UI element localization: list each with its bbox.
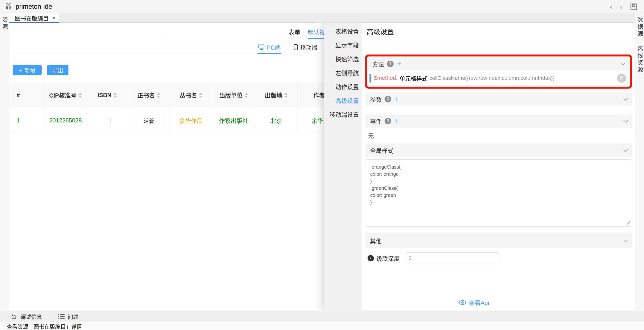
menu-item-left-nav[interactable]: 左侧导航 [324,66,362,80]
method-name: 单元格样式 [400,74,428,82]
cascade-depth-row: i 级联深度 [368,252,499,264]
global-style-section-header[interactable]: 全局样式 [365,143,632,157]
status-bar: 查看资源「图书在版编目」详情 [0,322,644,330]
column-header-place[interactable]: 出版地 [255,82,298,108]
chevron-down-icon[interactable] [623,147,628,152]
main-content: 表单 默认视图 PC端 移动端 + [9,23,324,311]
data-table: # CIP核准号 ISBN 正书名 丛书名 出版单位 [9,82,324,133]
list-icon [58,314,65,319]
menu-item-display-fields[interactable]: 显示字段 [324,38,362,52]
sort-icon[interactable] [199,92,202,98]
param-count-badge: 0 [384,96,391,102]
tab-pc[interactable]: PC端 [258,43,280,51]
other-section-header[interactable]: 其他 [365,233,632,248]
window-nav-controls: ‹ › [610,0,638,13]
tab-mobile-label: 移动端 [300,43,317,51]
rail-divider [635,42,644,42]
back-icon[interactable]: ‹ [610,3,612,11]
problems-label: 问题 [68,313,78,320]
app-logo-icon [4,2,13,11]
trash-icon [620,76,624,80]
advanced-settings-panel: 高级设置 方法 1 + $method. 单元格样式 cellClassName… [362,23,635,311]
method-section-header[interactable]: 方法 1 + [368,57,630,71]
view-api-label: 查看Api [469,298,489,307]
rail-item-datasource[interactable]: 数据源 [635,17,644,38]
column-header-author[interactable]: 作者 [298,82,324,108]
cell-publisher: 作家出版社 [212,108,255,133]
problems-button[interactable]: 问题 [58,313,78,320]
sort-icon[interactable] [78,92,82,98]
sort-icon[interactable] [114,92,117,98]
chevron-down-icon[interactable] [621,61,625,65]
delete-method-button[interactable] [617,73,626,83]
rail-divider [635,78,644,78]
panel-title: 高级设置 [366,26,394,36]
event-count-badge: 0 [384,118,391,124]
forward-icon[interactable]: › [620,3,622,11]
cascade-depth-input[interactable] [405,252,499,264]
column-header-isbn[interactable]: ISBN [86,82,128,108]
column-header-series[interactable]: 丛书名 [170,82,212,108]
method-count-badge: 1 [387,61,394,67]
isbn-checkbox[interactable] [104,117,110,124]
tab-default-view[interactable]: 默认视图 [308,27,324,36]
phone-icon [294,44,298,50]
tab-book-cip[interactable]: 图书在版编目 × [9,13,59,23]
cell-title: 活着 [128,108,170,133]
title-bar: primeton-ide ‹ › [0,0,644,13]
plus-icon: + [19,67,22,73]
chevron-down-icon[interactable] [623,238,628,242]
monitor-icon [258,44,264,50]
cell-author: 余华, 著 [298,108,324,133]
eye-icon [459,300,466,305]
add-button[interactable]: + 新增 [13,65,42,75]
chevron-down-icon[interactable] [623,118,628,122]
param-section-header[interactable]: 参数 0 + [365,92,632,106]
menu-item-action-settings[interactable]: 动作设置 [324,80,362,94]
add-method-icon[interactable]: + [397,60,402,67]
debug-info-button[interactable]: 调试信息 [11,313,42,320]
tab-pc-label: PC端 [267,43,280,51]
rail-item-offline-resources[interactable]: 离线资源 [635,45,644,74]
tab-label: 图书在版编目 [15,14,48,22]
debug-info-label: 调试信息 [20,313,42,320]
param-section-label: 参数 [370,95,382,103]
menu-item-mobile-settings[interactable]: 移动端设置 [324,108,362,122]
tab-form[interactable]: 表单 [289,27,300,36]
cell-isbn [86,108,128,133]
left-rail: 资源 [0,13,9,311]
device-tabs: PC端 移动端 [9,39,324,54]
event-section-header[interactable]: 事件 0 + [365,114,632,128]
column-header-index: # [9,82,45,108]
cascade-depth-label: 级联深度 [376,254,400,263]
sort-icon[interactable] [284,92,288,98]
export-button[interactable]: 导出 [47,65,68,75]
method-item-row[interactable]: $method. 单元格样式 cellClassName({row,rowInd… [368,71,630,86]
menu-item-advanced-settings[interactable]: 高级设置 [324,94,362,108]
view-tabs: 表单 默认视图 [9,23,324,39]
column-header-publisher[interactable]: 出版单位 [212,82,255,108]
resize-grip-icon[interactable] [627,221,631,226]
close-icon[interactable]: × [52,14,56,22]
global-style-textarea[interactable]: .orangeClass{ color: orange } .greenClas… [365,159,632,227]
menu-item-table-settings[interactable]: 表格设置 [324,24,362,38]
tab-mobile[interactable]: 移动端 [294,43,317,51]
sort-icon[interactable] [157,92,160,98]
column-header-cip[interactable]: CIP核准号 [45,82,86,108]
cell-place: 北京 [255,108,298,133]
view-api-link[interactable]: 查看Api [459,298,489,307]
column-header-title[interactable]: 正书名 [128,82,170,108]
add-button-label: 新增 [24,66,36,74]
panel-divider [366,48,631,48]
menu-item-quick-filter[interactable]: 快速筛选 [324,52,362,66]
rail-item-resources[interactable]: 资源 [0,17,9,31]
add-param-icon[interactable]: + [394,95,399,103]
title-input[interactable]: 活着 [133,114,165,127]
add-event-icon[interactable]: + [394,117,399,125]
ide-screen: primeton-ide ‹ › 图书在版编目 × 资源 数据源 [0,0,644,330]
chevron-down-icon[interactable] [623,96,628,100]
sort-icon[interactable] [244,92,248,98]
save-icon[interactable] [630,3,638,11]
events-empty-text: 无 [368,131,374,140]
cell-cip: 2012265028 [45,108,86,133]
